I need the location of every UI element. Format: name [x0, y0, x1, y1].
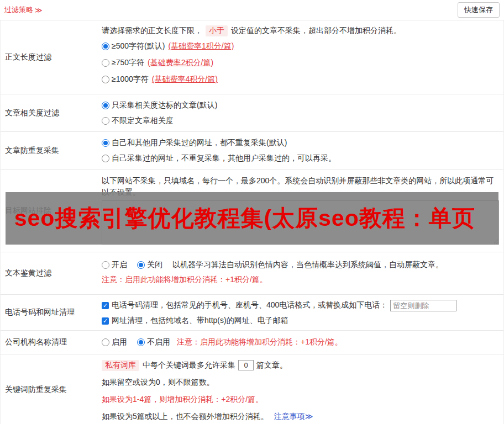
- relevance-label: 文章相关度过滤: [1, 94, 97, 131]
- relevance-any-label: 不限定文章相关度: [112, 116, 174, 126]
- keyword-note-5plus: 如果设为5篇或以上，也不会额外增加积分消耗。: [102, 412, 269, 422]
- porn-filter-description: 以机器学习算法自动识别色情内容，当色情概率达到系统阈值，自动屏蔽文章。: [172, 260, 443, 270]
- page-title-text: 过滤策略: [4, 5, 33, 15]
- porn-filter-options: 开启 关闭 以机器学习算法自动识别色情内容，当色情概率达到系统阈值，自动屏蔽文章…: [102, 258, 499, 272]
- radio-company-off[interactable]: [137, 338, 145, 346]
- option-dedup-self-only[interactable]: 自己采集过的网址，不重复采集，其他用户采集过的，可以再采。: [102, 151, 499, 166]
- company-clean-label: 公司机构名称清理: [1, 331, 97, 354]
- chevron-double-icon[interactable]: ≫: [35, 6, 43, 14]
- keyword-note-zero: 如果留空或设为0，则不限篇数。: [102, 374, 499, 391]
- option-750-label: ≥750字符: [112, 58, 144, 68]
- dedup-self-only-label: 自己采集过的网址，不重复采集，其他用户采集过的，可以再采。: [112, 153, 336, 163]
- option-dedup-all-users[interactable]: 自己和其他用户采集过的网址，都不重复采集(默认): [102, 135, 499, 151]
- row-porn-filter: 文本鉴黄过滤 开启 关闭 以机器学习算法自动识别色情内容，当色情概率达到系统阈值…: [1, 252, 503, 295]
- dedup-label: 文章防重复采集: [1, 132, 97, 169]
- row-keyword-dedup: 关键词防重复采集 私有词库 中每个关键词最多允许采集 篇文章。 如果留空或设为0…: [1, 354, 503, 424]
- url-clean-label: 网址清理，包括纯域名、带http(s)的网址、电子邮箱: [112, 316, 288, 326]
- notice-link[interactable]: 注意事项≫: [274, 412, 313, 422]
- body-length-label: 正文长度过滤: [1, 20, 97, 94]
- radio-relevance-any[interactable]: [102, 117, 109, 125]
- radio-company-on[interactable]: [102, 338, 109, 346]
- notice-link-text: 注意事项: [274, 412, 305, 421]
- chevron-double-down-icon: ≫: [305, 412, 313, 421]
- quick-save-button[interactable]: 快速保存: [458, 2, 500, 18]
- option-500-chars[interactable]: ≥500字符(默认) (基础费率1积分/篇): [102, 38, 499, 55]
- checkbox-url-clean[interactable]: [102, 317, 109, 325]
- option-relevance-any[interactable]: 不限定文章相关度: [102, 113, 499, 129]
- option-relevance-strict[interactable]: 只采集相关度达标的文章(默认): [102, 98, 499, 113]
- porn-filter-note: 注意：启用此功能将增加积分消耗：+1积分/篇。: [102, 272, 499, 288]
- company-clean-note: 注意：启用此功能将增加积分消耗：+1积分/篇。: [177, 337, 343, 347]
- porn-filter-label: 文本鉴黄过滤: [1, 252, 97, 294]
- row-relevance-filter: 文章相关度过滤 只采集相关度达标的文章(默认) 不限定文章相关度: [1, 94, 503, 132]
- private-lexicon-tag[interactable]: 私有词库: [102, 360, 139, 371]
- keyword-count-input[interactable]: [238, 360, 254, 370]
- option-750-chars[interactable]: ≥750字符 (基础费率2积分/篇): [102, 55, 499, 71]
- radio-500-chars[interactable]: [102, 43, 109, 50]
- row-dedup-collection: 文章防重复采集 自己和其他用户采集过的网址，都不重复采集(默认) 自己采集过的网…: [1, 132, 503, 169]
- keyword-note-5plus-line: 如果设为5篇或以上，也不会额外增加积分消耗。 注意事项≫: [102, 408, 499, 424]
- intro-after-text: 设定值的文章不采集，超出部分不增加积分消耗。: [231, 26, 401, 36]
- phone-replace-input[interactable]: [390, 300, 456, 311]
- keyword-limit-text: 中每个关键词最多允许采集: [143, 361, 235, 370]
- watermark-overlay: seo搜索引擎优化教程集(太原seo教程：单页: [6, 192, 498, 245]
- row-company-clean: 公司机构名称清理 启用 不启用 注意：启用此功能将增加积分消耗：+1积分/篇。: [1, 331, 503, 354]
- radio-750-chars[interactable]: [102, 59, 109, 67]
- porn-off-label[interactable]: 关闭: [147, 260, 162, 270]
- keyword-limit-suffix: 篇文章。: [256, 361, 287, 370]
- page-title: 过滤策略 ≫: [4, 5, 43, 15]
- company-off-label[interactable]: 不启用: [147, 337, 170, 347]
- porn-on-label[interactable]: 开启: [112, 260, 127, 270]
- radio-1000-chars[interactable]: [102, 76, 109, 83]
- radio-porn-off[interactable]: [137, 261, 145, 269]
- radio-dedup-all-users[interactable]: [102, 139, 109, 147]
- option-500-fee: (基础费率1积分/篇): [168, 41, 234, 51]
- option-1000-fee: (基础费率4积分/篇): [152, 75, 218, 84]
- row-phone-url-clean: 电话号码和网址清理 电话号码清理，包括常见的手机号、座机号、400电话格式，或替…: [1, 295, 503, 331]
- top-bar: 过滤策略 ≫ 快速保存: [0, 0, 504, 20]
- checkbox-phone-clean[interactable]: [102, 302, 109, 309]
- body-length-intro: 请选择需求的正文长度下限， 小于 设定值的文章不采集，超出部分不增加积分消耗。: [102, 24, 499, 38]
- less-than-highlight: 小于: [206, 25, 228, 36]
- option-1000-label: ≥1000字符: [112, 75, 149, 84]
- company-clean-options: 启用 不启用 注意：启用此功能将增加积分消耗：+1积分/篇。: [102, 334, 343, 351]
- option-1000-chars[interactable]: ≥1000字符 (基础费率4积分/篇): [102, 71, 499, 88]
- company-on-label[interactable]: 启用: [112, 337, 127, 347]
- keyword-limit-line: 私有词库 中每个关键词最多允许采集 篇文章。: [102, 357, 499, 374]
- phone-clean-label: 电话号码清理，包括常见的手机号、座机号、400电话格式，或替换成如下电话：: [112, 300, 387, 310]
- url-clean-option: 网址清理，包括纯域名、带http(s)的网址、电子邮箱: [102, 313, 499, 328]
- phone-clean-option: 电话号码清理，包括常见的手机号、座机号、400电话格式，或替换成如下电话：: [102, 298, 499, 313]
- radio-porn-on[interactable]: [102, 261, 109, 269]
- radio-dedup-self-only[interactable]: [102, 155, 109, 162]
- keyword-dedup-label: 关键词防重复采集: [1, 354, 97, 424]
- radio-relevance-strict[interactable]: [102, 102, 109, 109]
- watermark-text: seo搜索引擎优化教程集(太原seo教程：单页: [6, 203, 475, 234]
- intro-before-text: 请选择需求的正文长度下限，: [102, 26, 202, 36]
- dedup-all-users-label: 自己和其他用户采集过的网址，都不重复采集(默认): [112, 138, 287, 148]
- relevance-strict-label: 只采集相关度达标的文章(默认): [112, 100, 217, 110]
- phone-url-label: 电话号码和网址清理: [1, 295, 97, 330]
- keyword-note-1-4: 如果设为1-4篇，则增加积分消耗：+2积分/篇。: [102, 391, 499, 408]
- row-body-length-filter: 正文长度过滤 请选择需求的正文长度下限， 小于 设定值的文章不采集，超出部分不增…: [1, 20, 503, 94]
- option-750-fee: (基础费率2积分/篇): [148, 58, 213, 68]
- option-500-label: ≥500字符(默认): [112, 41, 165, 51]
